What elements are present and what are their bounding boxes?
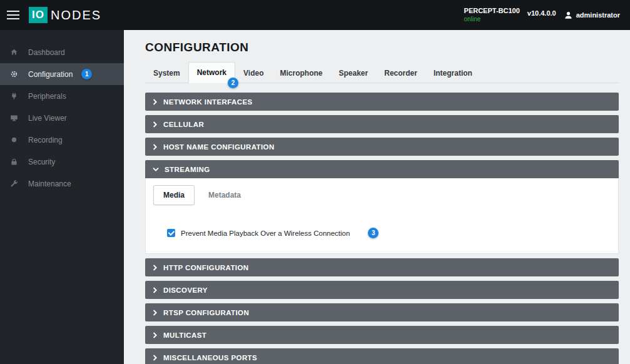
- section-label: STREAMING: [165, 166, 210, 173]
- chevron-right-icon: [153, 310, 158, 316]
- plug-icon: [10, 92, 19, 100]
- section-miscellaneous-ports: MISCELLANEOUS PORTS: [145, 348, 619, 364]
- section-label: NETWORK INTERFACES: [163, 98, 253, 106]
- sidebar-item-label: Live Viewer: [28, 114, 67, 123]
- section-header-streaming[interactable]: STREAMING: [145, 160, 619, 178]
- monitor-icon: [10, 114, 19, 122]
- sidebar-item-label: Peripherals: [28, 92, 66, 101]
- sidebar-item-security[interactable]: Security: [0, 151, 124, 173]
- section-header-host-name-configuration[interactable]: HOST NAME CONFIGURATION: [145, 138, 619, 156]
- section-header-network-interfaces[interactable]: NETWORK INTERFACES: [145, 93, 619, 111]
- section-cellular: CELLULAR: [145, 115, 619, 133]
- section-host-name-configuration: HOST NAME CONFIGURATION: [145, 138, 619, 156]
- chevron-right-icon: [153, 265, 158, 271]
- tab-media[interactable]: Media: [153, 185, 195, 205]
- chevron-right-icon: [153, 144, 158, 150]
- config-tab-bar: System Network 2 Video Microphone Speake…: [145, 62, 619, 83]
- ionodes-logo: IO NODES: [29, 7, 101, 23]
- device-name: PERCEPT-BC100: [464, 7, 520, 16]
- section-header-rtsp-configuration[interactable]: RTSP CONFIGURATION: [145, 303, 619, 321]
- firmware-version: v10.4.0.0: [527, 9, 556, 17]
- device-status-online: online: [464, 16, 481, 24]
- user-name: administrator: [576, 11, 620, 19]
- section-label: RTSP CONFIGURATION: [163, 309, 249, 316]
- prevent-wireless-playback-row: Prevent Media Playback Over a Wireless C…: [146, 211, 618, 253]
- section-multicast: MULTICAST: [145, 326, 619, 344]
- wrench-icon: [10, 179, 19, 188]
- section-discovery: DISCOVERY: [145, 281, 619, 299]
- accordion-sections: NETWORK INTERFACES CELLULAR HOST NAME CO…: [145, 93, 619, 364]
- tab-system[interactable]: System: [145, 63, 188, 83]
- tab-speaker[interactable]: Speaker: [331, 63, 377, 83]
- sidebar-item-label: Configuration: [28, 70, 73, 79]
- gear-icon: [10, 70, 19, 78]
- section-streaming: STREAMING Media Metadata Prevent Media P…: [145, 160, 619, 254]
- annotation-badge-1: 1: [81, 69, 92, 79]
- tab-network[interactable]: Network 2: [188, 62, 235, 83]
- section-label: DISCOVERY: [163, 286, 208, 294]
- chevron-right-icon: [153, 332, 158, 338]
- chevron-right-icon: [153, 355, 158, 361]
- sidebar: Dashboard Configuration 1 Peripherals Li…: [0, 30, 124, 364]
- sidebar-item-label: Maintenance: [28, 179, 71, 188]
- topbar-right: PERCEPT-BC100 online v10.4.0.0 administr…: [464, 7, 630, 23]
- device-info: PERCEPT-BC100 online: [464, 7, 520, 23]
- section-label: CELLULAR: [163, 121, 204, 128]
- tab-metadata[interactable]: Metadata: [198, 185, 251, 205]
- tab-video[interactable]: Video: [235, 63, 272, 83]
- annotation-badge-3: 3: [368, 228, 379, 238]
- main-content: CONFIGURATION System Network 2 Video Mic…: [124, 30, 630, 364]
- sidebar-item-configuration[interactable]: Configuration 1: [0, 63, 124, 85]
- user-icon: [564, 11, 573, 20]
- annotation-badge-2: 2: [228, 78, 238, 88]
- chevron-down-icon: [153, 167, 159, 172]
- streaming-tab-bar: Media Metadata: [146, 178, 618, 211]
- chevron-right-icon: [153, 99, 158, 105]
- section-network-interfaces: NETWORK INTERFACES: [145, 93, 619, 111]
- sidebar-item-maintenance[interactable]: Maintenance: [0, 173, 124, 195]
- user-menu[interactable]: administrator: [564, 11, 620, 20]
- tab-integration[interactable]: Integration: [425, 63, 480, 83]
- section-header-miscellaneous-ports[interactable]: MISCELLANEOUS PORTS: [145, 348, 619, 364]
- streaming-panel: Media Metadata Prevent Media Playback Ov…: [145, 178, 619, 254]
- sidebar-item-peripherals[interactable]: Peripherals: [0, 85, 124, 107]
- prevent-wireless-playback-checkbox[interactable]: [167, 229, 175, 237]
- section-label: HTTP CONFIGURATION: [163, 264, 248, 271]
- home-icon: [10, 48, 19, 56]
- tab-network-label: Network: [197, 68, 226, 77]
- sidebar-item-recording[interactable]: Recording: [0, 129, 124, 151]
- section-label: HOST NAME CONFIGURATION: [163, 143, 275, 151]
- lock-icon: [10, 158, 19, 166]
- sidebar-item-label: Recording: [28, 136, 63, 144]
- tab-microphone[interactable]: Microphone: [272, 63, 331, 83]
- prevent-wireless-playback-label: Prevent Media Playback Over a Wireless C…: [181, 230, 350, 237]
- sidebar-item-dashboard[interactable]: Dashboard: [0, 41, 124, 63]
- section-http-configuration: HTTP CONFIGURATION: [145, 258, 619, 276]
- section-label: MULTICAST: [163, 331, 206, 339]
- menu-icon[interactable]: [0, 0, 28, 30]
- logo-io-mark: IO: [29, 7, 48, 23]
- section-header-multicast[interactable]: MULTICAST: [145, 326, 619, 344]
- sidebar-item-live-viewer[interactable]: Live Viewer: [0, 107, 124, 129]
- sidebar-item-label: Dashboard: [28, 48, 65, 57]
- topbar: IO NODES PERCEPT-BC100 online v10.4.0.0 …: [0, 0, 630, 30]
- page-title: CONFIGURATION: [145, 41, 630, 54]
- section-header-discovery[interactable]: DISCOVERY: [145, 281, 619, 299]
- tab-recorder[interactable]: Recorder: [376, 63, 425, 83]
- chevron-right-icon: [153, 121, 158, 128]
- logo-nodes-text: NODES: [51, 8, 101, 23]
- section-header-cellular[interactable]: CELLULAR: [145, 115, 619, 133]
- sidebar-item-label: Security: [28, 158, 55, 166]
- chevron-right-icon: [153, 287, 158, 293]
- section-header-http-configuration[interactable]: HTTP CONFIGURATION: [145, 258, 619, 276]
- record-icon: [10, 136, 19, 144]
- section-rtsp-configuration: RTSP CONFIGURATION: [145, 303, 619, 321]
- section-label: MISCELLANEOUS PORTS: [163, 354, 257, 361]
